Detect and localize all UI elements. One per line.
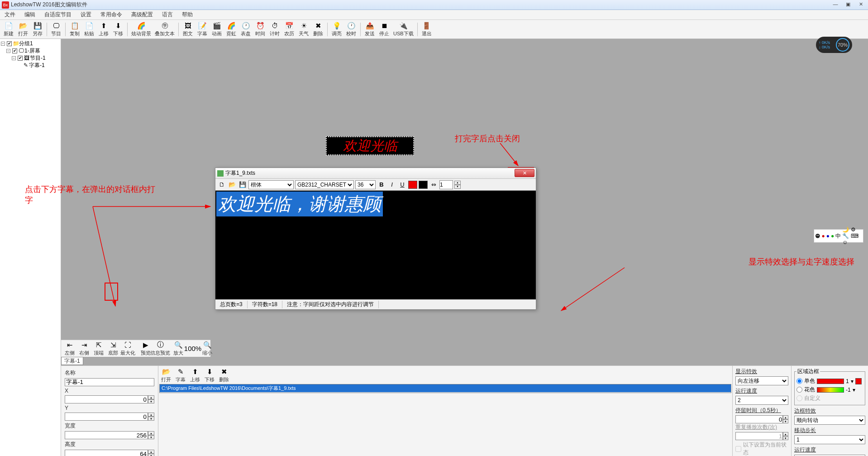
tool-表盘[interactable]: 🕐表盘 — [239, 21, 253, 38]
w-input[interactable] — [65, 431, 148, 439]
tool-另存[interactable]: 💾另存 — [31, 21, 44, 38]
tool-霓虹[interactable]: 🌈霓虹 — [224, 21, 238, 38]
strip-1[interactable] — [817, 379, 844, 384]
view-右侧[interactable]: ⇥右侧 — [77, 340, 91, 357]
file-打开[interactable]: 📂打开 — [159, 367, 173, 384]
italic-button[interactable]: I — [387, 180, 396, 189]
tool-下移[interactable]: ⬇下移 — [111, 21, 125, 38]
h-input[interactable] — [65, 450, 148, 456]
h-spinner[interactable]: ▲▼ — [148, 450, 154, 456]
tool-USB下载[interactable]: 🔌USB下载 — [392, 21, 415, 38]
size-select[interactable]: 36 — [355, 180, 376, 189]
view-左侧[interactable]: ⇤左侧 — [63, 340, 76, 357]
y-input[interactable] — [65, 413, 148, 421]
ime-widget[interactable]: ●●● 中 🌙 ⚙ 🔧 ⌨ ☺ — [814, 229, 863, 243]
tool-叠加文本[interactable]: ㊫叠加文本 — [153, 21, 176, 38]
single-radio[interactable] — [796, 378, 802, 384]
open-icon[interactable]: 📂 — [228, 180, 237, 189]
tool-停止[interactable]: ⏹停止 — [377, 21, 391, 38]
tool-计时[interactable]: ⏱计时 — [268, 21, 281, 38]
text-color[interactable] — [408, 181, 417, 189]
view-放大[interactable]: 🔍放大 — [172, 340, 185, 357]
tool-上移[interactable]: ⬆上移 — [97, 21, 110, 38]
maximize-button[interactable]: ▣ — [842, 0, 854, 8]
menu-help[interactable]: 帮助 — [179, 10, 196, 19]
view-缩小[interactable]: 🔍缩小 — [200, 340, 214, 357]
tool-调亮[interactable]: 💡调亮 — [330, 21, 343, 38]
new-icon[interactable]: 🗋 — [217, 180, 226, 189]
file-字幕[interactable]: ✎字幕 — [174, 367, 187, 384]
stay-spinner[interactable]: ▲▼ — [783, 415, 788, 423]
y-spinner[interactable]: ▲▼ — [148, 413, 154, 421]
spacing-icon[interactable]: ⇔ — [429, 180, 438, 189]
bg-color[interactable] — [419, 181, 428, 189]
tool-时间[interactable]: ⏰时间 — [253, 21, 267, 38]
file-删除[interactable]: ✖删除 — [217, 367, 231, 384]
menu-autofit[interactable]: 自适应节目 — [42, 10, 74, 19]
tool-校时[interactable]: 🕐校时 — [344, 21, 358, 38]
x-spinner[interactable]: ▲▼ — [148, 395, 154, 403]
w-spinner[interactable]: ▲▼ — [148, 431, 154, 439]
display-effect-select[interactable]: 向左连移 — [735, 376, 788, 385]
tool-动画[interactable]: 🎬动画 — [210, 21, 224, 38]
save-icon[interactable]: 💾 — [238, 180, 247, 189]
file-下移[interactable]: ⬇下移 — [203, 367, 216, 384]
view-顶端[interactable]: ⇱顶端 — [92, 340, 105, 357]
spacing-input[interactable] — [439, 180, 453, 189]
tree-group[interactable]: −✔📁 分组1 — [1, 40, 60, 47]
border-effect-select[interactable]: 顺向转动 — [794, 416, 865, 425]
tool-农历[interactable]: 📅农历 — [282, 21, 296, 38]
tool-打开[interactable]: 📂打开 — [16, 21, 30, 38]
tool-发送[interactable]: 📤发送 — [363, 21, 377, 38]
view-信息预览[interactable]: ⓘ信息预览 — [153, 340, 167, 357]
border-step-select[interactable]: 1 — [794, 435, 865, 444]
放大-icon: 🔍 — [174, 341, 182, 349]
network-widget[interactable]: ↑ 0K/s ↓ 0K/s 70% — [816, 37, 852, 53]
view-tab[interactable]: 字幕-1 — [61, 357, 83, 365]
menu-settings[interactable]: 设置 — [78, 10, 94, 19]
view-[interactable]: 100% — [186, 340, 200, 357]
tree-program[interactable]: −✔🖼 节目-1 — [1, 54, 60, 62]
underline-button[interactable]: U — [398, 180, 407, 189]
tree-subtitle[interactable]: ✎ 字幕-1 — [1, 62, 60, 69]
x-input[interactable] — [65, 395, 148, 403]
spacing-spinner[interactable]: ▲▼ — [454, 181, 461, 189]
charset-select[interactable]: GB2312_CHARSET — [295, 180, 354, 189]
flower-radio[interactable] — [796, 387, 802, 393]
minimize-button[interactable]: — — [829, 0, 842, 8]
view-底部[interactable]: ⇲底部 — [106, 340, 120, 357]
dialog-titlebar[interactable]: 字幕1_9.txts ✕ — [215, 168, 536, 179]
tool-天气[interactable]: ☀天气 — [297, 21, 310, 38]
menu-file[interactable]: 文件 — [2, 10, 18, 19]
tool-炫动背景[interactable]: 🌈炫动背景 — [130, 21, 153, 38]
strip-2[interactable] — [817, 387, 844, 393]
file-上移[interactable]: ⬆上移 — [188, 367, 202, 384]
tool-粘贴[interactable]: 📄粘贴 — [82, 21, 96, 38]
font-select[interactable]: 楷体 — [248, 180, 294, 189]
stay-time-input[interactable] — [735, 415, 783, 423]
menu-edit[interactable]: 编辑 — [22, 10, 38, 19]
tool-图文[interactable]: 🖼图文 — [181, 21, 195, 38]
dialog-close-button[interactable]: ✕ — [515, 169, 534, 177]
tool-删除[interactable]: ✖删除 — [311, 21, 325, 38]
led-preview[interactable]: 欢迎光临 — [326, 136, 414, 155]
tool-节目[interactable]: 🖵节目 — [49, 21, 63, 38]
editor-area[interactable]: 欢迎光临，谢谢惠顾 — [215, 191, 536, 299]
menu-common[interactable]: 常用命令 — [98, 10, 125, 19]
tool-退出[interactable]: 🚪退出 — [420, 21, 434, 38]
run-speed-select[interactable]: 2 — [735, 396, 788, 405]
file-list[interactable]: C:\Program Files\LedshowTW 2016\Document… — [159, 384, 731, 393]
name-input[interactable] — [65, 378, 154, 386]
tool-新建[interactable]: 📄新建 — [2, 21, 15, 38]
tool-复制[interactable]: 📋复制 — [68, 21, 81, 38]
menu-advanced[interactable]: 高级配置 — [129, 10, 156, 19]
tool-字幕[interactable]: 📝字幕 — [196, 21, 209, 38]
bold-button[interactable]: B — [377, 180, 386, 189]
file-row[interactable]: C:\Program Files\LedshowTW 2016\Document… — [160, 384, 731, 392]
border-color[interactable] — [855, 378, 862, 384]
view-最大化[interactable]: ⛶最大化 — [121, 340, 134, 357]
霓虹-icon: 🌈 — [227, 22, 235, 30]
tree-screen[interactable]: −✔🖵 1-屏幕 — [1, 47, 60, 54]
menu-language[interactable]: 语言 — [159, 10, 176, 19]
close-button[interactable]: ✕ — [854, 0, 867, 8]
